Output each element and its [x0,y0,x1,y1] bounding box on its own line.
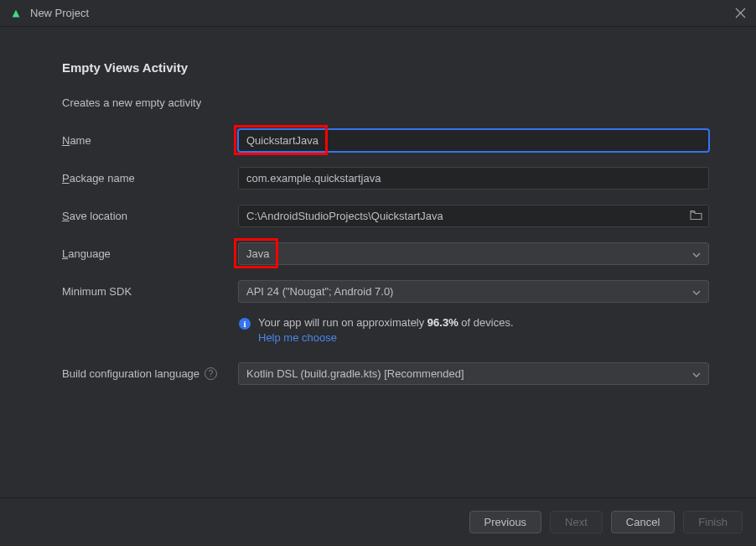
label-package: Package name [62,172,238,185]
row-name: Name [47,129,709,152]
window-title: New Project [30,7,735,19]
language-value: Java [246,247,269,260]
row-package: Package name [47,167,709,190]
page-title: Empty Views Activity [47,60,709,75]
folder-icon[interactable] [690,210,702,222]
titlebar: New Project [0,0,756,27]
min-sdk-select[interactable]: API 24 ("Nougat"; Android 7.0) [238,280,709,303]
sdk-hint: i Your app will run on approximately 96.… [47,316,709,344]
cancel-button[interactable]: Cancel [611,511,675,533]
row-min-sdk: Minimum SDK API 24 ("Nougat"; Android 7.… [47,280,709,303]
package-input[interactable] [238,167,709,190]
dialog-content: Empty Views Activity Creates a new empty… [0,27,756,497]
row-language: Language Java [47,242,709,265]
dialog-footer: Previous Next Cancel Finish [0,497,756,546]
help-icon[interactable]: ? [205,367,217,380]
previous-button[interactable]: Previous [469,511,542,533]
save-location-input[interactable] [238,205,709,227]
row-build-config: Build configuration language ? Kotlin DS… [47,362,709,385]
chevron-down-icon [692,367,701,380]
svg-text:i: i [243,319,246,329]
chevron-down-icon [692,285,701,298]
info-icon: i [238,317,251,333]
language-select[interactable]: Java [238,242,709,265]
label-save-location: Save location [62,210,238,222]
help-me-choose-link[interactable]: Help me choose [258,331,514,344]
page-subtitle: Creates a new empty activity [47,96,709,109]
row-save-location: Save location [47,205,709,227]
label-name: Name [62,134,238,147]
next-button: Next [550,511,603,533]
label-min-sdk: Minimum SDK [62,285,238,298]
chevron-down-icon [692,247,701,260]
build-config-select[interactable]: Kotlin DSL (build.gradle.kts) [Recommend… [238,362,709,385]
close-icon[interactable] [735,8,746,18]
hint-text: Your app will run on approximately 96.3%… [258,316,514,344]
label-language: Language [62,247,238,260]
finish-button: Finish [683,511,743,533]
label-build-config: Build configuration language ? [62,367,238,380]
build-config-value: Kotlin DSL (build.gradle.kts) [Recommend… [246,367,464,380]
android-studio-icon [10,8,22,19]
min-sdk-value: API 24 ("Nougat"; Android 7.0) [246,285,393,298]
name-input[interactable] [238,129,709,152]
